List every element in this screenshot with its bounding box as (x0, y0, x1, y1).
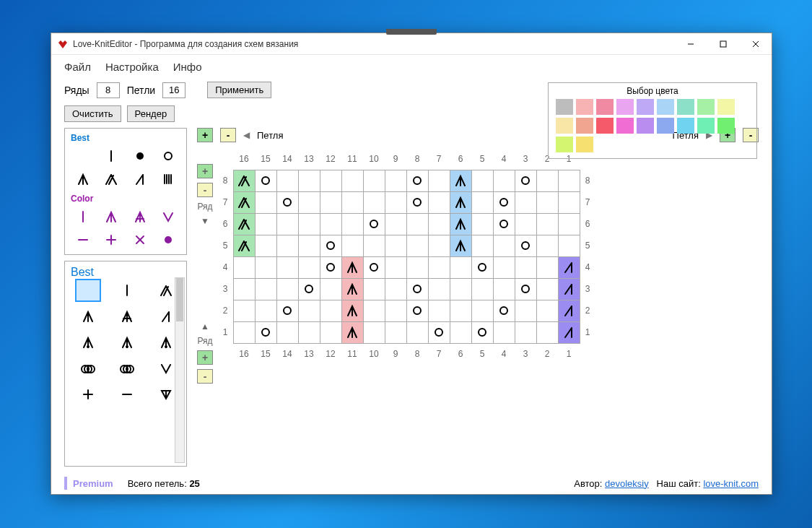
color-swatch[interactable] (717, 99, 735, 115)
chart-cell[interactable] (406, 256, 429, 279)
row-top-minus[interactable]: - (197, 183, 213, 197)
chart-cell[interactable] (450, 278, 472, 300)
color-swatch[interactable] (556, 99, 573, 115)
chart-cell[interactable] (406, 235, 429, 257)
chart-cell[interactable] (298, 278, 320, 300)
color-swatch[interactable] (657, 99, 674, 115)
chart-cell[interactable] (320, 191, 342, 214)
chart-cell[interactable] (450, 213, 472, 235)
symbol-k2tog[interactable] (75, 305, 101, 328)
chart-cell[interactable] (536, 300, 559, 322)
symbol-bar[interactable] (72, 207, 94, 227)
render-button[interactable]: Рендер (127, 105, 175, 122)
chart-cell[interactable] (276, 191, 299, 214)
chart-cell[interactable] (298, 300, 320, 322)
chart-cell[interactable] (428, 170, 450, 192)
chart-cell[interactable] (558, 321, 580, 344)
menu-info[interactable]: Инфо (173, 61, 202, 73)
chart-cell[interactable] (276, 321, 299, 344)
color-swatch[interactable] (616, 99, 634, 115)
menu-file[interactable]: Файл (64, 61, 91, 73)
chart-cell[interactable] (233, 256, 256, 279)
chart-cell[interactable] (233, 235, 256, 257)
color-swatch[interactable] (657, 118, 674, 134)
chart-cell[interactable] (515, 321, 537, 344)
chart-cell[interactable] (233, 300, 256, 322)
chart-cell[interactable] (471, 170, 494, 192)
chart-cell[interactable] (320, 300, 342, 322)
minimize-button[interactable] (674, 33, 707, 55)
chart-cell[interactable] (341, 321, 364, 344)
symbol-dot[interactable] (157, 230, 179, 250)
chart-cell[interactable] (515, 235, 537, 257)
symbol-dot[interactable] (129, 146, 151, 166)
color-swatch[interactable] (637, 99, 654, 115)
apply-button[interactable]: Применить (207, 82, 271, 98)
symbol-sl2k[interactable] (100, 169, 122, 189)
chart-cell[interactable] (471, 235, 494, 257)
chart-cell[interactable] (536, 213, 559, 235)
color-swatch[interactable] (697, 118, 715, 134)
chart-cell[interactable] (341, 235, 364, 257)
chart-cell[interactable] (255, 213, 277, 235)
chart-cell[interactable] (406, 213, 429, 235)
symbol-k2tog[interactable] (72, 169, 94, 189)
chart-cell[interactable] (515, 213, 537, 235)
chart-cell[interactable] (493, 321, 515, 344)
chart-cell[interactable] (428, 300, 450, 322)
symbol-k2togbar[interactable] (114, 305, 140, 328)
chart-cell[interactable] (276, 256, 299, 279)
chart-cell[interactable] (385, 278, 407, 300)
symbol-blank[interactable] (75, 279, 101, 302)
symbol-bar[interactable] (100, 146, 122, 166)
color-swatch[interactable] (717, 118, 735, 134)
color-swatch[interactable] (616, 118, 634, 134)
loop-left-minus[interactable]: - (220, 128, 236, 142)
chart-cell[interactable] (363, 256, 385, 279)
scrollbar-thumb[interactable] (176, 278, 183, 321)
chart-cell[interactable] (320, 256, 342, 279)
chart-cell[interactable] (320, 235, 342, 257)
color-swatch[interactable] (697, 99, 715, 115)
symbol-ssk[interactable] (129, 169, 151, 189)
symbol-bars4[interactable] (157, 169, 179, 189)
chart-cell[interactable] (341, 213, 364, 235)
chart-cell[interactable] (255, 235, 277, 257)
chart-cell[interactable] (385, 321, 407, 344)
color-swatch[interactable] (596, 99, 614, 115)
chart-cell[interactable] (341, 300, 364, 322)
chart-cell[interactable] (255, 300, 277, 322)
chart-cell[interactable] (385, 191, 407, 214)
chart-cell[interactable] (255, 191, 277, 214)
rows-input[interactable] (97, 82, 120, 98)
chart-cell[interactable] (255, 321, 277, 344)
symbol-dash[interactable] (72, 230, 94, 250)
chart-cell[interactable] (255, 278, 277, 300)
chart-cell[interactable] (428, 256, 450, 279)
chart-cell[interactable] (341, 278, 364, 300)
symbol-loops[interactable] (75, 357, 101, 380)
symbol-v[interactable] (157, 207, 179, 227)
color-swatch[interactable] (556, 118, 573, 134)
chart-cell[interactable] (406, 170, 429, 192)
chart-cell[interactable] (558, 256, 580, 279)
chart-cell[interactable] (515, 256, 537, 279)
chart-cell[interactable] (320, 278, 342, 300)
author-link[interactable]: devoleksiy (605, 478, 649, 489)
chart-cell[interactable] (428, 191, 450, 214)
chart-cell[interactable] (298, 235, 320, 257)
chart-cell[interactable] (406, 278, 429, 300)
chart-cell[interactable] (233, 191, 256, 214)
chart-cell[interactable] (255, 170, 277, 192)
chart-cell[interactable] (450, 256, 472, 279)
row-bottom-minus[interactable]: - (197, 369, 213, 384)
chart-cell[interactable] (276, 300, 299, 322)
symbol-dash[interactable] (114, 383, 140, 406)
color-swatch[interactable] (677, 99, 694, 115)
chart-cell[interactable] (363, 235, 385, 257)
chart-cell[interactable] (493, 256, 515, 279)
color-swatch[interactable] (576, 99, 593, 115)
chart-cell[interactable] (450, 321, 472, 344)
chart-cell[interactable] (406, 321, 429, 344)
library-scrollbar[interactable] (175, 277, 185, 463)
